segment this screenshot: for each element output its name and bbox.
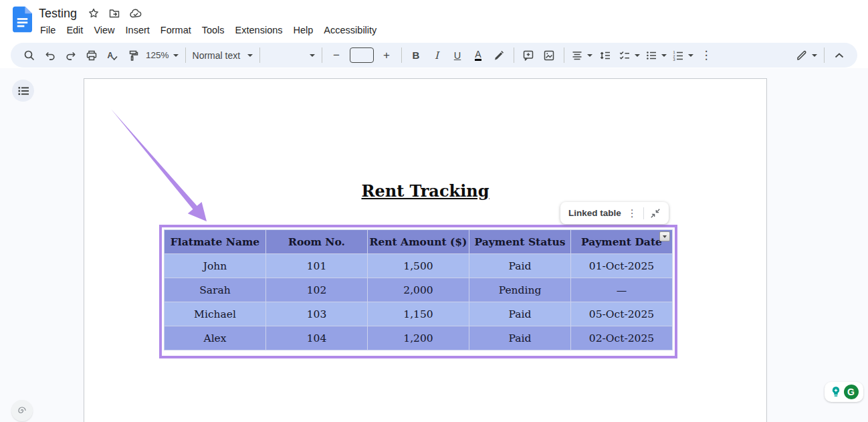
- table-header-cell[interactable]: Room No.: [266, 230, 368, 254]
- menubar: FileEditViewInsertFormatToolsExtensionsH…: [35, 21, 382, 39]
- table-cell[interactable]: Pending: [469, 278, 571, 302]
- align-center-icon: [571, 49, 583, 62]
- table-header-cell[interactable]: Rent Amount ($): [368, 230, 469, 254]
- table-cell[interactable]: —: [571, 278, 673, 302]
- search-menus-button[interactable]: [21, 47, 37, 64]
- move-folder-icon[interactable]: [108, 7, 120, 19]
- align-caret-icon: [587, 54, 592, 57]
- hide-menus-button[interactable]: [831, 47, 847, 64]
- numbered-list-caret-icon: [688, 54, 693, 57]
- table-cell[interactable]: 2,000: [368, 278, 469, 302]
- menu-insert[interactable]: Insert: [120, 22, 155, 39]
- add-comment-icon: [522, 49, 534, 62]
- line-spacing-icon: [599, 49, 611, 62]
- italic-button[interactable]: I: [429, 47, 445, 64]
- spell-check-button[interactable]: A: [104, 47, 120, 64]
- menu-tools[interactable]: Tools: [197, 22, 230, 39]
- google-docs-icon[interactable]: [13, 6, 32, 33]
- table-cell[interactable]: Paid: [469, 254, 571, 278]
- zoom-value: 125%: [146, 50, 169, 60]
- font-family-value: [267, 47, 306, 64]
- show-outline-button[interactable]: [12, 80, 34, 102]
- table-header-cell[interactable]: Payment Status: [469, 230, 571, 254]
- popup-more-button[interactable]: ⋮: [627, 207, 637, 219]
- popup-collapse-button[interactable]: [650, 208, 661, 219]
- undo-button[interactable]: [41, 47, 58, 64]
- table-cell[interactable]: 05-Oct-2025: [571, 302, 673, 326]
- bold-button[interactable]: B: [408, 47, 425, 64]
- styles-caret-icon: [247, 54, 253, 57]
- linked-table-label: Linked table: [568, 208, 621, 218]
- rent-table-header-row: Flatmate NameRoom No.Rent Amount ($)Paym…: [165, 230, 673, 254]
- grammarly-logo-icon: G: [844, 385, 859, 399]
- document-outline-icon: [18, 86, 29, 96]
- paragraph-styles-select[interactable]: Normal text: [193, 47, 253, 64]
- popup-divider: [643, 207, 644, 219]
- collapse-icon: [650, 208, 661, 219]
- font-family-select[interactable]: [267, 47, 315, 64]
- grammarly-widget[interactable]: G: [825, 382, 863, 402]
- checklist-select[interactable]: [619, 47, 640, 64]
- table-cell[interactable]: Michael: [165, 302, 266, 326]
- rent-table[interactable]: Flatmate NameRoom No.Rent Amount ($)Paym…: [164, 229, 673, 350]
- table-dropdown-chip[interactable]: [659, 231, 670, 241]
- insert-image-button[interactable]: [541, 47, 558, 64]
- table-cell[interactable]: 01-Oct-2025: [571, 254, 673, 278]
- table-cell[interactable]: 103: [266, 302, 368, 326]
- toolbar-divider: [322, 47, 322, 63]
- table-cell[interactable]: Paid: [469, 326, 571, 350]
- checklist-icon: [619, 49, 631, 62]
- table-cell[interactable]: 104: [266, 326, 368, 350]
- table-cell[interactable]: Sarah: [165, 278, 266, 302]
- align-select[interactable]: [571, 47, 592, 64]
- editing-mode-select[interactable]: [796, 47, 817, 64]
- editing-mode-caret-icon: [812, 54, 817, 57]
- table-cell[interactable]: 1,500: [368, 254, 469, 278]
- table-cell[interactable]: 101: [266, 254, 368, 278]
- numbered-list-select[interactable]: 123: [672, 47, 693, 64]
- font-size-input[interactable]: [350, 47, 374, 63]
- menu-view[interactable]: View: [88, 22, 120, 39]
- more-options-button[interactable]: ⋮: [698, 47, 715, 64]
- menu-format[interactable]: Format: [155, 22, 197, 39]
- print-button[interactable]: [83, 47, 100, 64]
- text-color-button[interactable]: A: [470, 47, 487, 64]
- document-title[interactable]: Testing: [39, 7, 77, 21]
- paint-roller-icon: [127, 49, 139, 62]
- table-cell[interactable]: 1,200: [368, 326, 469, 350]
- table-header-cell[interactable]: Payment Date: [571, 230, 673, 254]
- zoom-select[interactable]: 125%: [146, 47, 179, 64]
- menu-extensions[interactable]: Extensions: [230, 22, 288, 39]
- svg-text:3: 3: [673, 57, 675, 61]
- bulleted-list-icon: [645, 49, 657, 62]
- star-icon[interactable]: [88, 7, 100, 19]
- table-header-cell[interactable]: Flatmate Name: [165, 230, 266, 254]
- redo-button[interactable]: [62, 47, 79, 64]
- bulleted-list-select[interactable]: [645, 47, 667, 64]
- doc-heading[interactable]: Rent Tracking: [84, 181, 767, 201]
- table-row: Michael1031,150Paid05-Oct-2025: [165, 302, 673, 326]
- menu-help[interactable]: Help: [288, 22, 319, 39]
- line-spacing-button[interactable]: [597, 47, 614, 64]
- cloud-saved-icon[interactable]: [129, 8, 142, 19]
- styles-value: Normal text: [193, 50, 243, 61]
- paint-format-button[interactable]: [124, 47, 141, 64]
- google-docs-window: Testing FileEditViewInsertFormatToolsExt…: [0, 0, 868, 422]
- assistive-tools-button[interactable]: [11, 400, 33, 421]
- menu-accessibility[interactable]: Accessibility: [318, 22, 382, 39]
- table-cell[interactable]: 1,150: [368, 302, 469, 326]
- table-cell[interactable]: Paid: [469, 302, 571, 326]
- svg-text:A: A: [107, 50, 113, 60]
- table-row: John1011,500Paid01-Oct-2025: [165, 254, 673, 278]
- highlight-color-button[interactable]: [491, 47, 508, 64]
- table-cell[interactable]: Alex: [165, 326, 266, 350]
- underline-button[interactable]: U: [449, 47, 466, 64]
- add-comment-button[interactable]: [520, 47, 537, 64]
- increase-font-size-button[interactable]: +: [378, 47, 395, 64]
- table-cell[interactable]: 02-Oct-2025: [571, 326, 673, 350]
- table-cell[interactable]: John: [165, 254, 266, 278]
- menu-file[interactable]: File: [35, 22, 61, 39]
- table-cell[interactable]: 102: [266, 278, 368, 302]
- decrease-font-size-button[interactable]: −: [328, 47, 345, 64]
- menu-edit[interactable]: Edit: [61, 22, 88, 39]
